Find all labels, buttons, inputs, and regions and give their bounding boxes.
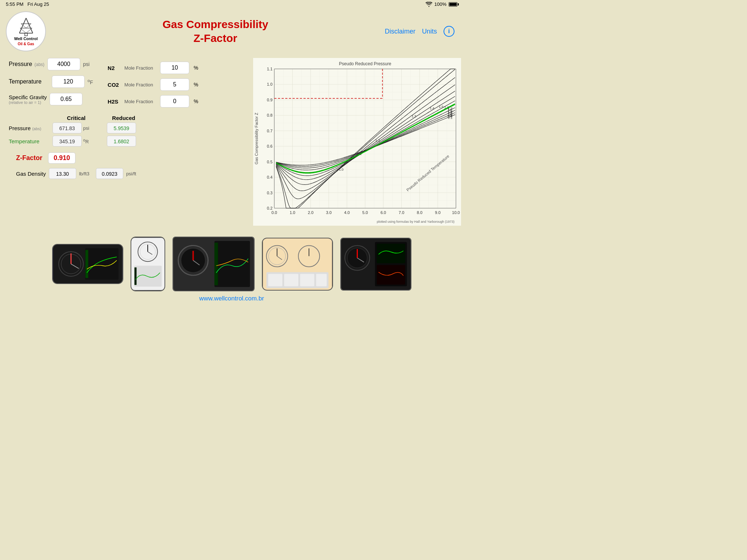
n2-row: N2 Mole Fraction %	[108, 62, 198, 74]
n2-percent: %	[194, 65, 198, 71]
sg-note: (relative to air = 1)	[9, 100, 47, 105]
svg-line-1	[26, 18, 32, 33]
density-section: Gas Density 13.30 lb/ft3 0.0923 psi/ft	[9, 168, 246, 179]
thumbnail-5[interactable]	[340, 238, 411, 291]
density-unit1: lb/ft3	[79, 171, 89, 176]
svg-rect-18	[134, 266, 162, 287]
logo-line2: Oil & Gas	[18, 42, 34, 46]
reduced-temperature-value: 1.6802	[107, 136, 136, 147]
density-label: Gas Density	[16, 171, 46, 177]
thumbnail-2[interactable]	[131, 237, 165, 291]
co2-mole-label: Mole Fraction	[124, 82, 157, 88]
critical-table-header: Critical Reduced	[53, 115, 246, 121]
critical-pressure-unit: psi	[83, 125, 96, 131]
n2-mole-label: Mole Fraction	[124, 65, 157, 71]
logo-line1: Well Control	[14, 36, 38, 41]
degree-sup: o	[88, 78, 90, 83]
app-title-main: Gas Compressibility	[46, 18, 385, 31]
critical-temperature-row: Temperature 345.19 oR 1.6802	[9, 136, 246, 147]
critical-header: Critical	[53, 115, 100, 121]
co2-input[interactable]	[160, 78, 189, 91]
left-col-inputs: Pressure (abs) psi Temperature oF Specif…	[9, 58, 93, 108]
pressure-abs-label: (abs)	[34, 62, 44, 67]
h2s-input[interactable]	[160, 95, 189, 108]
critical-temperature-value: 345.19	[53, 136, 82, 147]
co2-row: CO2 Mole Fraction %	[108, 78, 198, 91]
header: Well Control Oil & Gas Gas Compressibili…	[0, 8, 463, 54]
critical-pressure-label: Pressure (abs)	[9, 125, 53, 131]
h2s-percent: %	[194, 98, 198, 104]
thumbnails-section	[0, 229, 463, 295]
co2-label: CO2	[108, 82, 121, 88]
pressure-label-block: Pressure (abs)	[9, 61, 44, 67]
svg-rect-32	[300, 274, 314, 286]
n2-label: N2	[108, 65, 121, 71]
density-unit2: psi/ft	[126, 171, 136, 176]
sg-label-block: Specific Gravity (relative to air = 1)	[9, 94, 47, 105]
disclaimer-link[interactable]: Disclaimer	[385, 28, 415, 35]
app-title-block: Gas Compressibility Z-Factor	[46, 18, 385, 44]
h2s-mole-label: Mole Fraction	[124, 99, 157, 104]
sg-input[interactable]	[50, 93, 82, 105]
app-logo: Well Control Oil & Gas	[6, 11, 46, 51]
website-url[interactable]: www.wellcontrol.com.br	[199, 295, 264, 302]
info-button[interactable]: i	[444, 26, 454, 37]
chart-area	[253, 58, 454, 226]
top-inputs-row: Pressure (abs) psi Temperature oF Specif…	[9, 58, 246, 108]
app-title-sub: Z-Factor	[46, 32, 385, 44]
units-link[interactable]: Units	[422, 28, 437, 35]
sg-label: Specific Gravity	[9, 94, 47, 100]
critical-table: Critical Reduced Pressure (abs) 671.83 p…	[9, 115, 246, 147]
pressure-unit: psi	[83, 61, 90, 67]
battery-icon	[449, 2, 457, 7]
status-date: Fri Aug 25	[27, 1, 49, 7]
temperature-row: Temperature oF	[9, 75, 93, 88]
right-col-inputs: N2 Mole Fraction % CO2 Mole Fraction % H…	[108, 58, 198, 108]
status-time-date: 5:55 PM Fri Aug 25	[6, 1, 49, 7]
pressure-input[interactable]	[47, 58, 80, 70]
co2-percent: %	[194, 82, 198, 88]
h2s-label: H2S	[108, 98, 121, 105]
svg-rect-38	[376, 244, 405, 263]
critical-pressure-row: Pressure (abs) 671.83 psi 5.9539	[9, 122, 246, 133]
density-value1: 13.30	[49, 168, 76, 179]
svg-rect-31	[284, 274, 298, 286]
specific-gravity-row: Specific Gravity (relative to air = 1)	[9, 93, 93, 105]
status-time: 5:55 PM	[6, 1, 23, 7]
status-right: 100%	[426, 1, 457, 7]
svg-line-8	[26, 28, 32, 33]
svg-rect-13	[85, 248, 119, 280]
thumbnail-3[interactable]	[173, 237, 255, 291]
reduced-pressure-value: 5.9539	[107, 122, 136, 133]
critical-temperature-unit: oR	[83, 138, 96, 144]
derrick-icon	[16, 16, 36, 36]
zfactor-label: Z-Factor	[16, 154, 42, 162]
logo-text: Well Control Oil & Gas	[14, 36, 38, 46]
website-link[interactable]: www.wellcontrol.com.br	[0, 295, 463, 308]
svg-rect-30	[268, 274, 282, 286]
thumbnail-1[interactable]	[52, 244, 123, 284]
critical-pressure-value: 671.83	[53, 122, 82, 133]
wifi-icon	[426, 2, 432, 7]
svg-rect-9	[24, 33, 27, 36]
header-actions: Disclaimer Units i	[385, 26, 454, 37]
temperature-label: Temperature	[9, 78, 49, 85]
svg-line-0	[19, 18, 26, 33]
main-content: Pressure (abs) psi Temperature oF Specif…	[0, 54, 463, 229]
n2-input[interactable]	[160, 62, 189, 74]
reduced-header: Reduced	[100, 115, 147, 121]
pressure-label: Pressure (abs)	[9, 61, 44, 67]
left-panel: Pressure (abs) psi Temperature oF Specif…	[9, 58, 246, 226]
svg-line-7	[20, 28, 26, 33]
critical-temperature-label: Temperature	[9, 138, 53, 144]
battery-percentage: 100%	[434, 1, 446, 7]
temperature-unit: oF	[88, 78, 93, 85]
temperature-input[interactable]	[52, 75, 85, 88]
zfactor-value: 0.910	[48, 152, 76, 164]
zfactor-section: Z-Factor 0.910	[9, 152, 246, 164]
thumbnail-4[interactable]	[262, 238, 333, 291]
status-bar: 5:55 PM Fri Aug 25 100%	[0, 0, 463, 8]
density-value2: 0.0923	[96, 168, 123, 179]
zfactor-chart	[253, 58, 461, 226]
svg-rect-33	[316, 274, 326, 286]
